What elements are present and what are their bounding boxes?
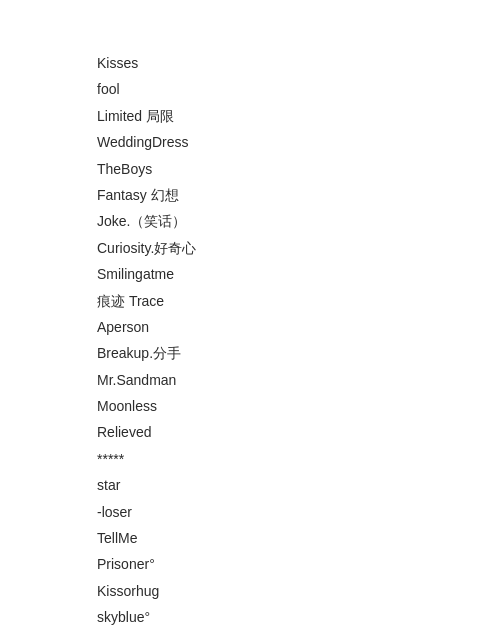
list-item[interactable]: Kisses	[97, 50, 500, 76]
list-item[interactable]: *****	[97, 446, 500, 472]
list-item[interactable]: WeddingDress	[97, 129, 500, 155]
list-item[interactable]: TheBoys	[97, 156, 500, 182]
list-item[interactable]: -loser	[97, 499, 500, 525]
list-item[interactable]: Aperson	[97, 314, 500, 340]
list-item[interactable]: LoveSong	[97, 631, 500, 636]
list-item[interactable]: Relieved	[97, 419, 500, 445]
list-item[interactable]: Breakup.分手	[97, 340, 500, 366]
list-item[interactable]: fool	[97, 76, 500, 102]
list-item[interactable]: Smilingatme	[97, 261, 500, 287]
list-item[interactable]: TellMe	[97, 525, 500, 551]
list-item[interactable]: skyblue°	[97, 604, 500, 630]
list-item[interactable]: Fantasy 幻想	[97, 182, 500, 208]
list-item[interactable]: Kissorhug	[97, 578, 500, 604]
list-item[interactable]: Prisoner°	[97, 551, 500, 577]
list-item[interactable]: Joke.（笑话）	[97, 208, 500, 234]
list-item[interactable]: Curiosity.好奇心	[97, 235, 500, 261]
list-item[interactable]: star	[97, 472, 500, 498]
song-list: KissesfoolLimited 局限WeddingDressTheBoysF…	[0, 0, 500, 636]
list-item[interactable]: Moonless	[97, 393, 500, 419]
list-item[interactable]: 痕迹 Trace	[97, 288, 500, 314]
list-item[interactable]: Limited 局限	[97, 103, 500, 129]
list-item[interactable]: Mr.Sandman	[97, 367, 500, 393]
